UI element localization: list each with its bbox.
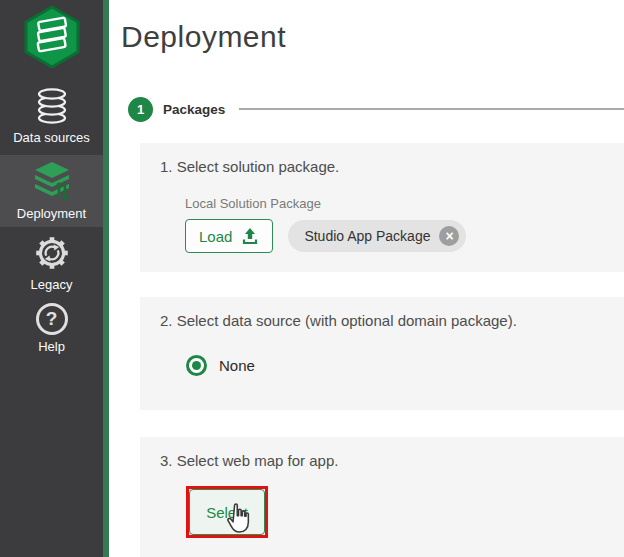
select-button[interactable]: Select <box>189 489 265 535</box>
section-title: 2. Select data source (with optional dom… <box>160 312 517 329</box>
main-content: Deployment 1 Packages 1. Select solution… <box>109 0 624 557</box>
database-icon <box>35 86 69 126</box>
section-solution-package: 1. Select solution package. Local Soluti… <box>140 143 624 272</box>
app-logo <box>0 5 103 69</box>
step-label: Packages <box>163 102 225 117</box>
layers-tools-icon <box>29 160 75 202</box>
app-window: Data sources Deployment <box>0 0 624 557</box>
help-circle-icon: ? <box>36 303 68 335</box>
page-title: Deployment <box>121 20 286 54</box>
step-divider-line <box>239 108 624 110</box>
sidebar-item-help[interactable]: ? Help <box>0 298 103 364</box>
red-highlight-annotation: Select <box>186 486 268 538</box>
load-button[interactable]: Load <box>185 219 273 253</box>
section-web-map: 3. Select web map for app. Select <box>140 437 624 557</box>
step-number-badge: 1 <box>128 97 153 122</box>
sidebar-item-label: Help <box>38 339 65 354</box>
section-title: 1. Select solution package. <box>160 158 339 175</box>
radio-label: None <box>219 357 255 374</box>
close-icon: × <box>445 229 453 243</box>
upload-icon <box>241 227 259 245</box>
load-button-label: Load <box>199 228 232 245</box>
sidebar-item-data-sources[interactable]: Data sources <box>0 84 103 154</box>
gear-refresh-icon <box>32 233 72 273</box>
radio-selected-dot <box>192 361 201 370</box>
sidebar-item-label: Deployment <box>17 206 86 221</box>
field-label-local-solution-package: Local Solution Package <box>185 196 321 211</box>
hexagon-layers-logo-icon <box>20 5 84 69</box>
sidebar-item-label: Data sources <box>13 130 90 145</box>
sidebar-item-legacy[interactable]: Legacy <box>0 228 103 298</box>
section-data-source: 2. Select data source (with optional dom… <box>140 297 624 410</box>
sidebar: Data sources Deployment <box>0 0 103 557</box>
remove-chip-button[interactable]: × <box>439 226 459 246</box>
section-title: 3. Select web map for app. <box>160 452 338 469</box>
sidebar-item-deployment[interactable]: Deployment <box>0 155 103 227</box>
step-indicator: 1 Packages <box>128 96 624 122</box>
sidebar-item-label: Legacy <box>31 277 73 292</box>
package-chip: Studio App Package × <box>288 220 466 252</box>
question-mark-glyph: ? <box>36 303 68 335</box>
radio-button-icon[interactable] <box>186 355 207 376</box>
radio-none[interactable]: None <box>186 355 255 376</box>
chip-label: Studio App Package <box>304 228 430 244</box>
